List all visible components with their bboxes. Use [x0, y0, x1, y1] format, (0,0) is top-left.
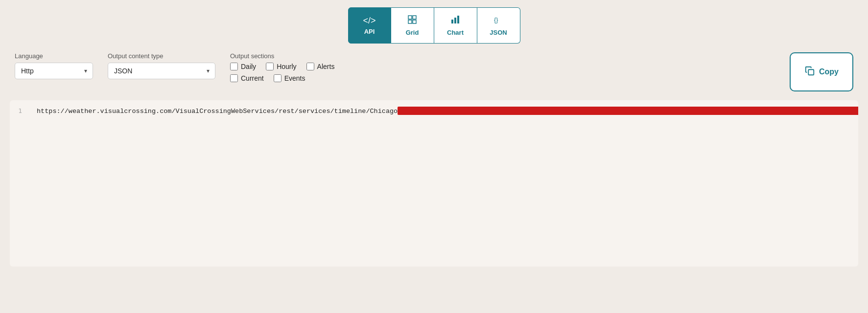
language-label: Language	[15, 52, 93, 60]
code-area: 1 https://weather.visualcrossing.com/Vis…	[10, 100, 858, 267]
checkbox-row-1: Daily Hourly Alerts	[230, 63, 334, 70]
page-container: </> API Grid Chart	[0, 0, 868, 313]
line-number-1: 1	[10, 106, 29, 116]
tab-json-label: JSON	[490, 29, 507, 36]
api-icon: </>	[363, 16, 375, 26]
checkbox-alerts-label: Alerts	[317, 63, 335, 70]
grid-icon	[407, 15, 417, 27]
code-text-1: https://weather.visualcrossing.com/Visua…	[37, 106, 858, 116]
json-icon: {}	[493, 15, 503, 27]
checkbox-events[interactable]: Events	[274, 74, 305, 82]
code-line-1: 1 https://weather.visualcrossing.com/Vis…	[10, 100, 858, 122]
tab-chart-label: Chart	[447, 29, 464, 36]
output-sections: Daily Hourly Alerts Current	[230, 63, 334, 82]
copy-icon	[804, 66, 815, 79]
tab-grid-label: Grid	[406, 29, 419, 36]
url-highlight	[398, 107, 858, 115]
checkbox-alerts-input[interactable]	[306, 63, 314, 70]
checkbox-hourly-input[interactable]	[266, 63, 274, 70]
checkbox-events-label: Events	[284, 74, 305, 82]
checkbox-hourly[interactable]: Hourly	[266, 63, 296, 70]
svg-rect-1	[413, 16, 416, 19]
controls-row: Language Http Python JavaScript Java C# …	[10, 52, 858, 91]
tab-grid[interactable]: Grid	[391, 7, 434, 44]
tab-chart[interactable]: Chart	[434, 7, 477, 44]
svg-text:{}: {}	[494, 16, 498, 23]
tab-json[interactable]: {} JSON	[477, 7, 520, 44]
checkbox-events-input[interactable]	[274, 74, 282, 82]
copy-button-label: Copy	[819, 67, 839, 76]
checkbox-alerts[interactable]: Alerts	[306, 63, 335, 70]
svg-rect-2	[408, 20, 412, 23]
svg-rect-8	[808, 69, 814, 75]
output-content-label: Output content type	[108, 52, 215, 60]
output-content-group: Output content type JSON CSV TSV ▾	[108, 52, 215, 79]
svg-rect-5	[454, 18, 456, 23]
tab-bar: </> API Grid Chart	[10, 7, 858, 44]
language-group: Language Http Python JavaScript Java C# …	[15, 52, 93, 79]
checkbox-daily-input[interactable]	[230, 63, 238, 70]
chart-icon	[450, 15, 460, 27]
output-sections-group: Output sections Daily Hourly Alerts	[230, 52, 334, 82]
checkbox-current-input[interactable]	[230, 74, 238, 82]
copy-button[interactable]: Copy	[790, 52, 853, 91]
svg-rect-4	[451, 20, 453, 23]
checkbox-current[interactable]: Current	[230, 74, 264, 82]
language-select[interactable]: Http Python JavaScript Java C# PHP Ruby	[15, 63, 93, 79]
output-content-select[interactable]: JSON CSV TSV	[108, 63, 215, 79]
tab-api[interactable]: </> API	[348, 7, 391, 44]
tab-api-label: API	[364, 28, 375, 35]
checkbox-row-2: Current Events	[230, 74, 334, 82]
svg-rect-3	[413, 20, 416, 23]
language-select-wrapper: Http Python JavaScript Java C# PHP Ruby …	[15, 63, 93, 79]
checkbox-daily-label: Daily	[241, 63, 256, 70]
output-sections-label: Output sections	[230, 52, 334, 60]
checkbox-current-label: Current	[241, 74, 264, 82]
svg-rect-6	[457, 16, 459, 23]
svg-rect-0	[408, 16, 412, 19]
checkbox-hourly-label: Hourly	[277, 63, 296, 70]
output-content-select-wrapper: JSON CSV TSV ▾	[108, 63, 215, 79]
checkbox-daily[interactable]: Daily	[230, 63, 256, 70]
